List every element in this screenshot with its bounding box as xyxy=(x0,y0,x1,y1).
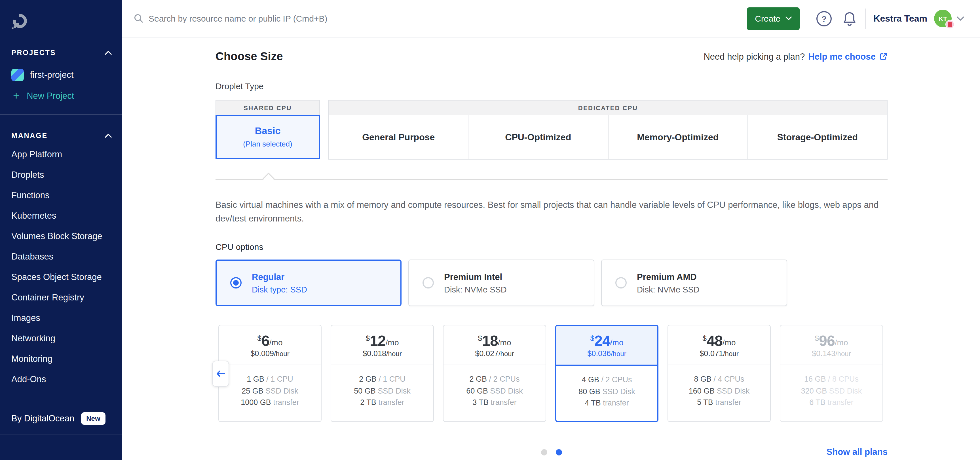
sidebar-nav-item[interactable]: Databases xyxy=(0,246,122,267)
help-me-choose-link[interactable]: Help me choose xyxy=(808,51,888,62)
sidebar-item-first-project[interactable]: first-project xyxy=(11,69,112,81)
project-name-label: first-project xyxy=(30,70,73,80)
sidebar-nav-item[interactable]: Droplets xyxy=(0,165,122,185)
plan-specs: 1 GB / 1 CPU 25 GB SSD Disk 1000 GB tran… xyxy=(219,365,321,409)
sidebar-nav-item[interactable]: Volumes Block Storage xyxy=(0,226,122,246)
new-project-button[interactable]: + New Project xyxy=(13,91,112,101)
currency-symbol: $ xyxy=(366,334,370,342)
cpu-option-subtitle: Disk: NVMe SSD xyxy=(637,285,700,294)
digitalocean-logo-icon[interactable] xyxy=(11,13,29,30)
plan-price: 12 xyxy=(370,332,386,348)
cpu-option-card[interactable]: Regular Disk type: SSD xyxy=(215,260,401,306)
plan-price-section: $48/mo $0.071/hour xyxy=(668,326,770,365)
dedicated-cpu-header: DEDICATED CPU xyxy=(328,100,888,115)
by-digitalocean-label: By DigitalOcean xyxy=(11,414,74,424)
plan-card[interactable]: $12/mo $0.018/hour 2 GB / 1 CPU 50 GB SS… xyxy=(331,325,434,422)
plan-hourly-rate: $0.018/hour xyxy=(363,349,401,358)
plan-card[interactable]: $24/mo $0.036/hour 4 GB / 2 CPUs 80 GB S… xyxy=(555,325,659,422)
chevron-up-icon xyxy=(105,51,112,55)
chevron-down-icon[interactable] xyxy=(957,16,964,21)
page-title: Choose Size xyxy=(215,50,283,63)
sidebar-divider xyxy=(0,114,122,115)
carousel-dots xyxy=(541,449,562,455)
question-circle-icon: ? xyxy=(816,10,832,27)
sidebar-nav-item[interactable]: Monitoring xyxy=(0,349,122,369)
project-icon xyxy=(11,69,24,81)
dedicated-cpu-tab[interactable]: CPU-Optimized xyxy=(469,115,609,159)
plan-price: 48 xyxy=(706,332,722,348)
per-month-suffix: /mo xyxy=(269,338,283,347)
tab-basic[interactable]: Basic (Plan selected) xyxy=(215,115,320,159)
help-button[interactable]: ? xyxy=(816,10,832,27)
chevron-down-icon xyxy=(786,16,792,21)
plan-price-section: $18/mo $0.027/hour xyxy=(444,326,546,365)
plan-specs: 16 GB / 8 CPUs 320 GB SSD Disk 6 TB tran… xyxy=(780,365,883,409)
currency-symbol: $ xyxy=(590,334,594,342)
sidebar-nav-item[interactable]: Container Registry xyxy=(0,288,122,308)
plan-hourly-rate: $0.027/hour xyxy=(475,349,514,358)
plan-card[interactable]: $96/mo $0.143/hour 16 GB / 8 CPUs 320 GB… xyxy=(780,325,883,422)
manage-section-header[interactable]: MANAGE xyxy=(11,132,112,140)
sidebar-nav-item[interactable]: Functions xyxy=(0,185,122,206)
cpu-option-card[interactable]: Premium Intel Disk: NVMe SSD xyxy=(408,260,594,306)
help-prefix-label: Need help picking a plan? xyxy=(703,51,805,62)
dedicated-cpu-tab[interactable]: General Purpose xyxy=(329,115,469,159)
new-badge: New xyxy=(81,412,105,425)
droplet-type-label: Droplet Type xyxy=(215,81,888,91)
dedicated-cpu-tab[interactable]: Storage-Optimized xyxy=(748,115,887,159)
help-line: Need help picking a plan? Help me choose xyxy=(703,51,888,62)
carousel-dot[interactable] xyxy=(541,449,547,455)
plan-card[interactable]: $18/mo $0.027/hour 2 GB / 2 CPUs 60 GB S… xyxy=(443,325,546,422)
cpu-option-card[interactable]: Premium AMD Disk: NVMe SSD xyxy=(601,260,787,306)
account-avatar[interactable]: KT xyxy=(934,10,951,27)
plan-card[interactable]: $48/mo $0.071/hour 8 GB / 4 CPUs 160 GB … xyxy=(668,325,771,422)
notifications-button[interactable] xyxy=(842,11,857,26)
radio-icon xyxy=(615,277,627,289)
svg-text:?: ? xyxy=(821,14,827,23)
sidebar-nav-item[interactable]: Spaces Object Storage xyxy=(0,267,122,288)
shared-cpu-header: SHARED CPU xyxy=(215,100,320,115)
plan-price: 18 xyxy=(482,332,498,348)
topbar-divider xyxy=(865,8,866,29)
sidebar-footer: By DigitalOcean New xyxy=(11,412,112,425)
plan-specs: 4 GB / 2 CPUs 80 GB SSD Disk 4 TB transf… xyxy=(556,366,657,409)
arrow-left-icon xyxy=(216,370,225,377)
search-input[interactable] xyxy=(149,14,489,23)
search-icon xyxy=(134,14,143,23)
avatar-sub-badge xyxy=(945,20,955,29)
plan-price-section: $96/mo $0.143/hour xyxy=(780,326,883,365)
projects-section-header[interactable]: PROJECTS xyxy=(11,49,112,57)
carousel-prev-button[interactable] xyxy=(212,360,229,387)
plus-icon: + xyxy=(13,91,19,101)
tab-basic-label: Basic xyxy=(255,126,281,137)
tab-caret-divider xyxy=(215,179,888,180)
tab-basic-sublabel: (Plan selected) xyxy=(243,140,292,148)
sidebar-nav-item[interactable]: App Platform xyxy=(0,144,122,165)
sidebar: PROJECTS first-project + New Project MAN… xyxy=(0,0,122,460)
sidebar-nav-item[interactable]: Networking xyxy=(0,328,122,349)
topbar: Create ? Kestra Team KT xyxy=(122,0,980,37)
carousel-dot[interactable] xyxy=(556,449,562,455)
sidebar-nav-item[interactable]: Add-Ons xyxy=(0,369,122,390)
cpu-option-title: Premium AMD xyxy=(637,272,700,282)
plan-price-section: $6/mo $0.009/hour xyxy=(219,326,321,365)
carousel-footer: Show all plans xyxy=(215,447,888,457)
search-bar xyxy=(134,14,747,23)
sidebar-nav-item[interactable]: Images xyxy=(0,308,122,328)
create-button-label: Create xyxy=(755,14,780,23)
bell-icon xyxy=(842,11,857,26)
radio-icon xyxy=(230,277,242,289)
per-month-suffix: /mo xyxy=(386,338,399,347)
show-all-plans-link[interactable]: Show all plans xyxy=(827,447,888,457)
plan-hourly-rate: $0.036/hour xyxy=(587,349,626,358)
create-button[interactable]: Create xyxy=(747,7,800,30)
plan-price: 6 xyxy=(261,332,269,348)
plan-price-section: $12/mo $0.018/hour xyxy=(331,326,433,365)
currency-symbol: $ xyxy=(815,334,819,342)
plan-hourly-rate: $0.143/hour xyxy=(812,349,851,358)
sidebar-nav-item[interactable]: Kubernetes xyxy=(0,206,122,226)
dedicated-cpu-tab[interactable]: Memory-Optimized xyxy=(608,115,748,159)
plan-card[interactable]: $6/mo $0.009/hour 1 GB / 1 CPU 25 GB SSD… xyxy=(218,325,321,422)
droplet-type-tabs: SHARED CPU Basic (Plan selected) DEDICAT… xyxy=(215,100,888,160)
main-content: Choose Size Need help picking a plan? He… xyxy=(122,38,980,460)
